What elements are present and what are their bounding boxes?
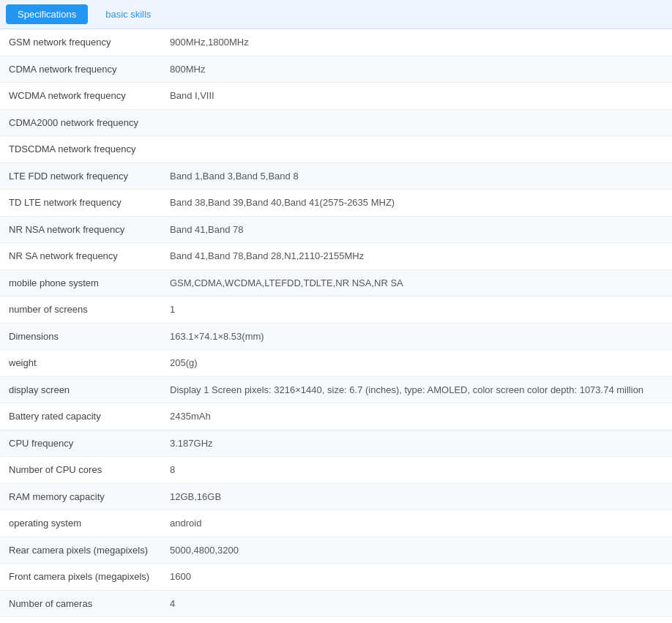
spec-value: 4 [161,590,672,617]
specifications-table: GSM network frequency900MHz,1800MHzCDMA … [0,29,672,623]
spec-label: CDMA network frequency [0,56,161,83]
spec-label: display screen [0,376,161,403]
spec-value: Band 38,Band 39,Band 40,Band 41(2575-263… [161,190,672,217]
table-row: RAM memory capacity12GB,16GB [0,483,672,510]
spec-label: Front camera pixels (megapixels) [0,564,161,591]
table-row: Rear camera pixels (megapixels)5000,4800… [0,537,672,564]
table-row: TDSCDMA network frequency [0,136,672,163]
spec-value: Band 41,Band 78,Band 28,N1,2110-2155MHz [161,243,672,270]
spec-label: RAM memory capacity [0,483,161,510]
table-row: CPU frequency3.187GHz [0,430,672,457]
spec-value: android [161,510,672,537]
spec-value: Band I,VIII [161,83,672,110]
table-row: LTE FDD network frequencyBand 1,Band 3,B… [0,163,672,190]
table-row: Front camera pixels (megapixels)1600 [0,564,672,591]
spec-value: 205(g) [161,350,672,377]
spec-label: TDSCDMA network frequency [0,136,161,163]
spec-value: 3.187GHz [161,430,672,457]
table-row: operating systemandroid [0,510,672,537]
spec-value: 5000,4800,3200 [161,537,672,564]
spec-label: operating system [0,510,161,537]
table-row: NR SA network frequencyBand 41,Band 78,B… [0,243,672,270]
table-row: mobile phone systemGSM,CDMA,WCDMA,LTEFDD… [0,269,672,296]
spec-label: Dimensions [0,323,161,350]
spec-label: LTE FDD network frequency [0,163,161,190]
table-row: storage of phone256GB,512GB [0,617,672,624]
spec-value: 12GB,16GB [161,483,672,510]
spec-label: Battery rated capacity [0,403,161,430]
table-row: CDMA network frequency800MHz [0,56,672,83]
spec-label: CDMA2000 network frequency [0,109,161,136]
table-row: Number of cameras4 [0,590,672,617]
spec-value: 800MHz [161,56,672,83]
table-row: NR NSA network frequencyBand 41,Band 78 [0,216,672,243]
spec-value: 1 [161,296,672,324]
spec-label: Number of CPU cores [0,457,161,484]
spec-value [161,136,672,163]
spec-value: 2435mAh [161,403,672,430]
spec-value: 163.1×74.1×8.53(mm) [161,323,672,350]
table-row: display screenDisplay 1 Screen pixels: 3… [0,376,672,403]
table-row: number of screens1 [0,296,672,324]
spec-value [161,109,672,136]
table-row: Battery rated capacity2435mAh [0,403,672,430]
spec-label: Number of cameras [0,590,161,617]
spec-label: GSM network frequency [0,29,161,56]
tab-basic-skills[interactable]: basic skills [94,4,163,24]
spec-label: NR SA network frequency [0,243,161,270]
spec-value: GSM,CDMA,WCDMA,LTEFDD,TDLTE,NR NSA,NR SA [161,269,672,296]
table-row: Dimensions163.1×74.1×8.53(mm) [0,323,672,350]
table-row: TD LTE network frequencyBand 38,Band 39,… [0,190,672,217]
table-row: weight205(g) [0,350,672,377]
table-row: GSM network frequency900MHz,1800MHz [0,29,672,56]
spec-label: WCDMA network frequency [0,83,161,110]
spec-value: Band 1,Band 3,Band 5,Band 8 [161,163,672,190]
spec-value: 256GB,512GB [161,617,672,624]
spec-value: Band 41,Band 78 [161,216,672,243]
spec-label: Rear camera pixels (megapixels) [0,537,161,564]
table-row: CDMA2000 network frequency [0,109,672,136]
spec-value: 900MHz,1800MHz [161,29,672,56]
tab-specifications[interactable]: Specifications [6,4,88,24]
spec-label: weight [0,350,161,377]
spec-label: TD LTE network frequency [0,190,161,217]
spec-value: Display 1 Screen pixels: 3216×1440, size… [161,376,672,403]
tab-bar: Specifications basic skills [0,0,672,29]
spec-value: 8 [161,457,672,484]
table-row: WCDMA network frequencyBand I,VIII [0,83,672,110]
spec-value: 1600 [161,564,672,591]
table-row: Number of CPU cores8 [0,457,672,484]
spec-label: mobile phone system [0,269,161,296]
spec-label: NR NSA network frequency [0,216,161,243]
spec-label: CPU frequency [0,430,161,457]
spec-label: storage of phone [0,617,161,624]
spec-label: number of screens [0,296,161,324]
